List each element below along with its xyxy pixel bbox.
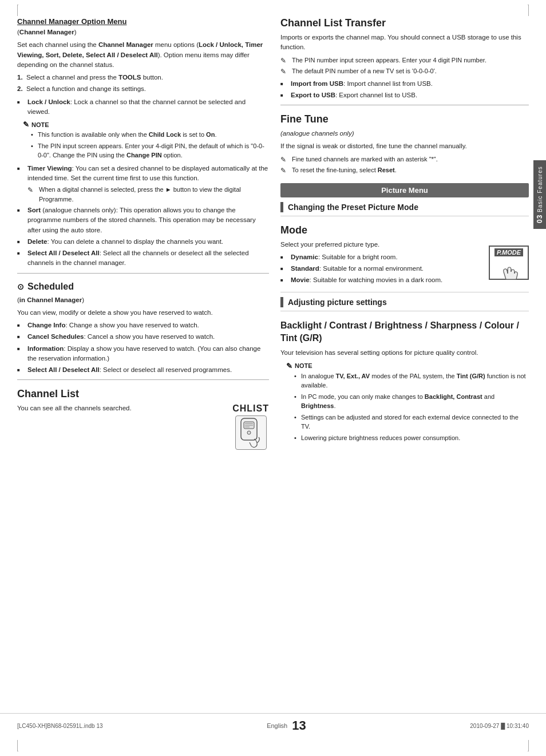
clt-note-2: The default PIN number of a new TV set i… (280, 66, 529, 76)
channel-list-transfer-section: Channel List Transfer Imports or exports… (280, 17, 529, 100)
backlight-title: Backlight / Contrast / Brightness / Shar… (280, 319, 529, 345)
timer-note: When a digital channel is selected, pres… (27, 185, 269, 204)
channel-list-section: Channel List You can see all the channel… (17, 388, 269, 450)
chapter-number: 03 (536, 215, 544, 223)
backlight-note-icon: ✎ (286, 362, 292, 370)
mode-container: Select your preferred picture type. Dyna… (280, 240, 529, 288)
chlist-label: CHLIST (232, 403, 269, 414)
corner-br (528, 740, 529, 751)
note-item-1: This function is available only when the… (31, 130, 269, 140)
divider-4 (280, 216, 529, 216)
more-options-list: Timer Viewing: You can set a desired cha… (17, 164, 269, 268)
footer-left-text: [LC450-XH]BN68-02591L.indb 13 (17, 723, 103, 729)
note-header-1: ✎ NOTE (23, 120, 269, 129)
right-column: Channel List Transfer Imports or exports… (280, 17, 529, 702)
scheduled-bullets: Change Info: Change a show you have rese… (17, 320, 269, 375)
backlight-note-section: ✎ NOTE In analogue TV, Ext., AV modes of… (280, 362, 529, 443)
backlight-note-2: In PC mode, you can only make changes to… (294, 392, 529, 411)
clt-bullets: Import from USB: Import channel list fro… (280, 79, 529, 101)
corner-tr (528, 5, 529, 16)
export-to-usb: Export to USB: Export channel list to US… (280, 90, 529, 100)
movie-mode: Movie: Suitable for watching movies in a… (280, 275, 483, 285)
changing-preset-title: Changing the Preset Picture Mode (288, 203, 418, 212)
chapter-label: Basic Features (537, 166, 543, 212)
backlight-note-items: In analogue TV, Ext., AV modes of the PA… (286, 371, 529, 443)
fine-tune-note-2: To reset the fine-tuning, select Reset. (280, 165, 529, 175)
dynamic-mode: Dynamic: Suitable for a bright room. (280, 252, 483, 262)
select-all-deselect-item: Select All / Deselect All: Select or des… (17, 365, 269, 375)
channel-manager-intro: Set each channel using the Channel Manag… (17, 40, 269, 70)
footer-language: English (267, 722, 287, 729)
adjusting-title: Adjusting picture settings (288, 298, 387, 307)
mode-content: Select your preferred picture type. Dyna… (280, 240, 483, 288)
footer-right-text: 2010-09-27 █ 10:31:40 (470, 723, 529, 729)
step-1: 1.Select a channel and press the TOOLS b… (17, 73, 269, 82)
channel-list-transfer-intro: Imports or exports the channel map. You … (280, 33, 529, 53)
corner-tl (17, 5, 18, 16)
chlist-remote-icon (235, 415, 267, 450)
chlist-intro: You can see all the channels searched. (17, 403, 227, 413)
import-from-usb: Import from USB: Import channel list fro… (280, 79, 529, 89)
note-label-1: NOTE (31, 121, 49, 128)
section-bar-line-2 (280, 297, 283, 307)
backlight-note-4: Lowering picture brightness reduces powe… (294, 433, 529, 443)
delete-item: Delete: You can delete a channel to disp… (17, 237, 269, 247)
mode-title: Mode (280, 224, 529, 236)
scheduled-section: ⊙ Scheduled (in Channel Manager) You can… (17, 282, 269, 375)
chapter-sidebar: 03 Basic Features (533, 160, 546, 229)
standard-mode: Standard: Suitable for a normal environm… (280, 264, 483, 274)
section-bar-line-1 (280, 202, 283, 212)
scheduled-title: Scheduled (27, 282, 74, 292)
adjusting-bar: Adjusting picture settings (280, 297, 529, 307)
channel-manager-section: Channel Manager Option Menu (Channel Man… (17, 17, 269, 268)
divider-6 (280, 311, 529, 311)
picture-menu-banner: Picture Menu (280, 183, 529, 197)
step-2: 2.Select a function and change its setti… (17, 84, 269, 94)
clt-note-1: The PIN number input screen appears. Ent… (280, 56, 529, 65)
scheduled-sub: (in Channel Manager) (17, 295, 269, 305)
chlist-content: You can see all the channels searched. (17, 403, 227, 416)
footer: [LC450-XH]BN68-02591L.indb 13 English 13… (0, 713, 546, 733)
channel-list-title: Channel List (17, 388, 269, 400)
channel-manager-sub-bold: Channel Manager (19, 29, 74, 35)
select-all-item: Select All / Deselect All: Select all th… (17, 248, 269, 268)
changing-preset-bar: Changing the Preset Picture Mode (280, 202, 529, 212)
lock-unlock-list: Lock / Unlock: Lock a channel so that th… (17, 97, 269, 117)
footer-page-number: 13 (292, 718, 306, 733)
channel-manager-sub: (Channel Manager) (17, 27, 269, 37)
note-icon-1: ✎ (23, 120, 29, 129)
sort-item: Sort (analogue channels only): This oper… (17, 205, 269, 235)
backlight-note-label: NOTE (295, 362, 312, 369)
note-item-2: The PIN input screen appears. Enter your… (31, 141, 269, 160)
divider-1 (17, 273, 269, 274)
pmode-label: P.MODE (494, 248, 523, 256)
divider-5 (280, 292, 529, 292)
backlight-section: Backlight / Contrast / Brightness / Shar… (280, 319, 529, 443)
mode-bullets: Dynamic: Suitable for a bright room. Sta… (280, 252, 483, 286)
mode-section: Mode Select your preferred picture type.… (280, 224, 529, 288)
channel-list-transfer-title: Channel List Transfer (280, 17, 529, 29)
fine-tune-note-1: Fine tuned channels are marked with an a… (280, 155, 529, 164)
chlist-container: You can see all the channels searched. C… (17, 403, 269, 450)
backlight-intro: Your television has several setting opti… (280, 348, 529, 358)
pmode-box: P.MODE (489, 246, 529, 280)
chlist-box: CHLIST (232, 403, 269, 450)
divider-2 (17, 379, 269, 380)
channel-manager-steps: 1.Select a channel and press the TOOLS b… (17, 73, 269, 94)
corner-bl (17, 740, 18, 751)
backlight-note-3: Settings can be adjusted and stored for … (294, 413, 529, 432)
information-item: Information: Display a show you have res… (17, 344, 269, 364)
scheduled-intro: You can view, modify or delete a show yo… (17, 308, 269, 318)
pmode-hand-icon (494, 259, 523, 288)
cancel-schedules-item: Cancel Schedules: Cancel a show you have… (17, 332, 269, 342)
footer-page: English 13 (267, 718, 306, 733)
timer-viewing-item: Timer Viewing: You can set a desired cha… (17, 164, 269, 204)
fine-tune-sub: (analogue channels only) (280, 129, 529, 138)
change-info-item: Change Info: Change a show you have rese… (17, 320, 269, 330)
fine-tune-title: Fine Tune (280, 113, 529, 125)
fine-tune-section: Fine Tune (analogue channels only) If th… (280, 113, 529, 175)
backlight-note-1: In analogue TV, Ext., AV modes of the PA… (294, 371, 529, 390)
note-items-1: This function is available only when the… (23, 130, 269, 160)
fine-tune-intro: If the signal is weak or distorted, fine… (280, 141, 529, 151)
left-column: Channel Manager Option Menu (Channel Man… (17, 17, 269, 702)
